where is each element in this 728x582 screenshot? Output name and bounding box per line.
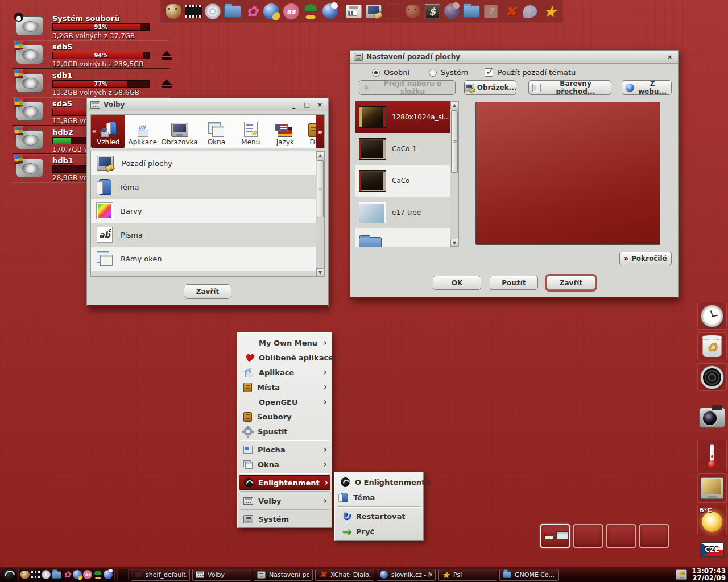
background-item[interactable]: e17-tree <box>355 197 451 228</box>
dock-item-photos[interactable] <box>242 1 262 22</box>
dock-item-browser[interactable] <box>262 1 281 22</box>
tab-jazyk[interactable]: Jazyk <box>268 115 302 148</box>
eject-button[interactable] <box>160 51 173 61</box>
minimize-icon[interactable]: _ <box>289 101 299 109</box>
go-up-folder-button[interactable]: Přejít nahoru o složku <box>359 80 456 95</box>
picture-button[interactable]: Obrázek... <box>464 80 516 95</box>
systray-monitor-icon[interactable] <box>676 569 687 580</box>
menu-item-favorites[interactable]: Oblíbené aplikace› <box>239 350 330 365</box>
folder-icon[interactable] <box>52 571 61 579</box>
eject-button[interactable] <box>160 79 173 89</box>
dock-item-projector[interactable] <box>344 1 363 22</box>
dock-item-gimp2[interactable] <box>403 1 422 22</box>
taskbar-clock[interactable]: 13:07:43 27/02/09 <box>676 568 726 581</box>
dock-item-web2[interactable] <box>442 1 461 22</box>
temperature-gadget[interactable] <box>697 440 727 471</box>
pager-desktop-2[interactable] <box>573 524 603 548</box>
cd-icon[interactable] <box>42 570 51 579</box>
menu-item-desktop[interactable]: Plocha› <box>239 442 330 457</box>
screenshot-gadget[interactable] <box>697 473 727 503</box>
menu-item-windows[interactable]: Okna› <box>239 457 330 472</box>
close-icon[interactable]: × <box>315 101 325 109</box>
taskbar-button-background[interactable]: Nastavení po... <box>254 569 313 581</box>
palm-icon[interactable] <box>93 570 102 579</box>
pager-mini-window[interactable] <box>544 533 553 539</box>
gimp-icon[interactable] <box>20 571 30 579</box>
lastfm-icon[interactable] <box>83 570 92 579</box>
apply-button[interactable]: Použít <box>490 276 538 290</box>
dock-item-lastfm[interactable] <box>282 1 301 22</box>
scroll-up-icon[interactable]: ▲ <box>316 151 324 159</box>
menu-item-files[interactable]: Soubory <box>239 409 330 424</box>
settings-item[interactable]: Rámy oken <box>91 247 324 271</box>
dock-item-favorites[interactable] <box>540 1 560 22</box>
dock-item-chat[interactable] <box>520 1 540 22</box>
pager-mini-window[interactable] <box>556 531 568 539</box>
taskbar-button-shelf[interactable]: shelf_default... <box>131 569 190 581</box>
disk-gadget[interactable]: Systém souborů 91% 3,2GB volných z 37,7G… <box>11 14 171 40</box>
background-item[interactable]: CaCo <box>355 165 451 197</box>
ok-button[interactable]: OK <box>433 276 481 290</box>
dock-item-display[interactable] <box>364 1 383 22</box>
flower-icon[interactable] <box>63 570 72 579</box>
tab-okna[interactable]: Okna <box>199 115 233 148</box>
dock-item-palm[interactable] <box>301 1 320 22</box>
submenu-item-logout[interactable]: Pryč <box>336 524 422 539</box>
dock-item-finance[interactable] <box>423 1 442 22</box>
advanced-button[interactable]: »Pokročilé <box>619 252 672 265</box>
taskbar-button-xchat[interactable]: XChat: Dialo... <box>315 569 374 581</box>
settings-item[interactable]: Pozadí plochy <box>91 151 324 175</box>
dock-item-video[interactable] <box>183 1 202 22</box>
from-web-button[interactable]: Z webu... <box>622 80 672 95</box>
dock-item-folder2[interactable] <box>462 1 481 22</box>
tab-vzhled[interactable]: « Vzhled <box>91 115 125 148</box>
close-icon[interactable]: × <box>665 53 675 61</box>
dock-item-empty[interactable] <box>383 1 403 22</box>
gradient-button[interactable]: Barevný přechod... <box>528 80 611 95</box>
settings-item[interactable]: Barvy <box>91 199 324 223</box>
dock-item-web[interactable] <box>321 1 340 22</box>
start-menu-icon[interactable] <box>2 568 16 581</box>
tab-menu[interactable]: Menu <box>234 115 268 148</box>
film-icon[interactable] <box>31 571 40 579</box>
volume-gadget[interactable] <box>697 363 727 391</box>
background-item[interactable]: 1280x1024a_sl... <box>355 101 451 133</box>
background-item[interactable]: CaCo-1 <box>355 133 451 165</box>
window-titlebar[interactable]: Volby _ □ × <box>87 98 328 111</box>
scroll-right-icon[interactable]: » <box>316 115 324 148</box>
scrollbar-thumb[interactable] <box>451 110 458 173</box>
tab-aplikace[interactable]: Aplikace <box>125 115 159 148</box>
menu-item-system[interactable]: Systém <box>239 512 330 526</box>
menu-item-applications[interactable]: Aplikace› <box>239 365 330 380</box>
weather-gadget[interactable]: 6°C <box>697 505 727 534</box>
background-item[interactable]: e17_bg_carbon <box>355 228 451 247</box>
menu-item-my-own-menu[interactable]: My Own Menu› <box>239 335 330 350</box>
submenu-item-theme[interactable]: Téma <box>336 490 422 505</box>
taskbar-button-psi[interactable]: Psi <box>438 569 497 581</box>
menu-item-opengeu[interactable]: OpenGEU› <box>239 394 330 409</box>
use-theme-bg-checkbox[interactable]: Použít pozadí tématu <box>485 68 576 77</box>
scrollbar-thumb[interactable] <box>317 160 324 217</box>
submenu-item-restart[interactable]: Restartovat <box>336 509 422 523</box>
dock-item-files[interactable] <box>222 1 242 22</box>
trash-gadget[interactable] <box>697 332 727 360</box>
dock-item-cd[interactable] <box>203 1 222 22</box>
menu-item-enlightenment[interactable]: Enlightenment› <box>239 475 330 490</box>
globe-ferret-icon[interactable] <box>104 570 113 579</box>
settings-item[interactable]: Téma <box>91 175 324 199</box>
tab-obrazovka[interactable]: Obrazovka <box>160 115 199 148</box>
disk-gadget[interactable]: sdb5 94% 12,0GB volných z 239,5GB <box>11 43 171 69</box>
taskbar-button-gnome[interactable]: GNOME Co... <box>499 569 559 581</box>
submenu-item-about[interactable]: O Enlightenmentu <box>336 475 422 489</box>
list-scrollbar[interactable]: ▲ ▼ <box>450 101 458 247</box>
taskbar-button-volby[interactable]: Volby <box>192 569 251 581</box>
scroll-up-icon[interactable]: ▲ <box>450 101 458 109</box>
menu-item-settings[interactable]: Volby› <box>239 493 330 508</box>
close-button[interactable]: Zavřít <box>547 276 595 290</box>
keyboard-layout-gadget[interactable]: CZE <box>697 539 727 560</box>
radio-personal[interactable]: Osobní <box>372 68 410 77</box>
list-scrollbar[interactable]: ▲ ▼ <box>316 151 324 276</box>
settings-item[interactable]: Písma <box>91 223 324 247</box>
radio-system[interactable]: Systém <box>429 68 468 77</box>
window-titlebar[interactable]: Nastavení pozadí plochy × <box>350 51 678 64</box>
